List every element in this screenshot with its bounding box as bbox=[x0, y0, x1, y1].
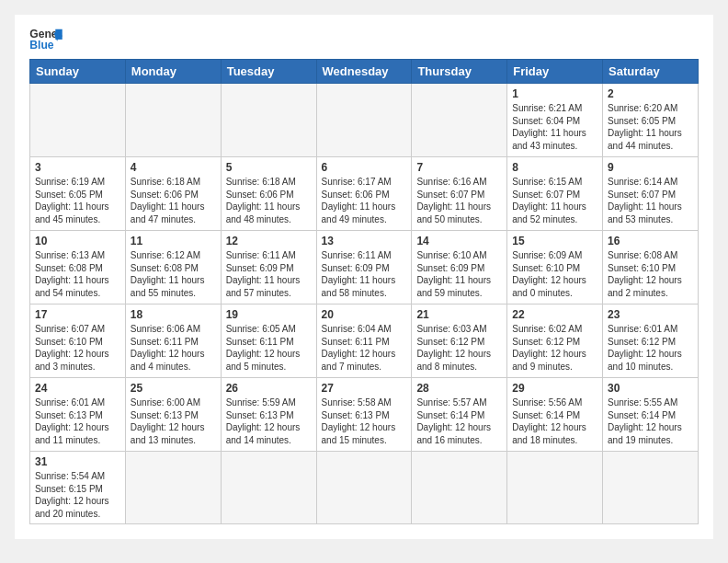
day-cell: 13Sunrise: 6:11 AM Sunset: 6:09 PM Dayli… bbox=[316, 231, 412, 304]
day-info: Sunrise: 6:14 AM Sunset: 6:07 PM Dayligh… bbox=[608, 176, 693, 225]
day-cell: 2Sunrise: 6:20 AM Sunset: 6:05 PM Daylig… bbox=[603, 84, 699, 157]
day-cell: 17Sunrise: 6:07 AM Sunset: 6:10 PM Dayli… bbox=[30, 304, 126, 378]
day-number: 18 bbox=[131, 308, 216, 321]
day-cell: 19Sunrise: 6:05 AM Sunset: 6:11 PM Dayli… bbox=[221, 304, 316, 378]
day-number: 28 bbox=[416, 382, 502, 395]
day-info: Sunrise: 6:17 AM Sunset: 6:06 PM Dayligh… bbox=[322, 176, 407, 225]
weekday-thursday: Thursday bbox=[412, 60, 507, 84]
day-info: Sunrise: 6:10 AM Sunset: 6:09 PM Dayligh… bbox=[416, 249, 502, 299]
week-row-3: 17Sunrise: 6:07 AM Sunset: 6:10 PM Dayli… bbox=[30, 304, 699, 378]
day-info: Sunrise: 6:15 AM Sunset: 6:07 PM Dayligh… bbox=[512, 176, 597, 225]
day-cell: 9Sunrise: 6:14 AM Sunset: 6:07 PM Daylig… bbox=[603, 157, 699, 231]
day-cell: 27Sunrise: 5:58 AM Sunset: 6:13 PM Dayli… bbox=[316, 378, 412, 452]
day-cell: 6Sunrise: 6:17 AM Sunset: 6:06 PM Daylig… bbox=[316, 157, 412, 231]
day-cell: 21Sunrise: 6:03 AM Sunset: 6:12 PM Dayli… bbox=[412, 304, 507, 378]
day-number: 6 bbox=[322, 161, 407, 174]
day-cell: 7Sunrise: 6:16 AM Sunset: 6:07 PM Daylig… bbox=[412, 157, 507, 231]
day-number: 9 bbox=[608, 161, 693, 174]
day-number: 30 bbox=[608, 382, 693, 395]
day-info: Sunrise: 6:05 AM Sunset: 6:11 PM Dayligh… bbox=[226, 323, 312, 373]
day-number: 13 bbox=[322, 235, 407, 247]
weekday-tuesday: Tuesday bbox=[221, 60, 316, 84]
week-row-0: 1Sunrise: 6:21 AM Sunset: 6:04 PM Daylig… bbox=[30, 84, 699, 157]
calendar-table: SundayMondayTuesdayWednesdayThursdayFrid… bbox=[29, 59, 699, 524]
day-info: Sunrise: 6:01 AM Sunset: 6:12 PM Dayligh… bbox=[608, 323, 693, 373]
day-info: Sunrise: 6:09 AM Sunset: 6:10 PM Dayligh… bbox=[512, 249, 597, 299]
day-number: 3 bbox=[35, 161, 120, 174]
weekday-header-row: SundayMondayTuesdayWednesdayThursdayFrid… bbox=[30, 60, 699, 84]
day-info: Sunrise: 6:16 AM Sunset: 6:07 PM Dayligh… bbox=[416, 176, 502, 225]
day-info: Sunrise: 6:11 AM Sunset: 6:09 PM Dayligh… bbox=[226, 249, 312, 299]
day-cell: 10Sunrise: 6:13 AM Sunset: 6:08 PM Dayli… bbox=[30, 231, 126, 304]
day-cell: 4Sunrise: 6:18 AM Sunset: 6:06 PM Daylig… bbox=[125, 157, 221, 231]
day-number: 24 bbox=[35, 382, 120, 395]
day-info: Sunrise: 6:18 AM Sunset: 6:06 PM Dayligh… bbox=[226, 176, 312, 225]
day-cell: 29Sunrise: 5:56 AM Sunset: 6:14 PM Dayli… bbox=[507, 378, 603, 452]
day-info: Sunrise: 6:21 AM Sunset: 6:04 PM Dayligh… bbox=[512, 102, 597, 152]
week-row-4: 24Sunrise: 6:01 AM Sunset: 6:13 PM Dayli… bbox=[30, 378, 699, 452]
day-number: 29 bbox=[512, 382, 597, 395]
day-cell bbox=[30, 84, 126, 157]
day-number: 2 bbox=[608, 87, 693, 100]
day-info: Sunrise: 6:04 AM Sunset: 6:11 PM Dayligh… bbox=[322, 323, 407, 373]
weekday-saturday: Saturday bbox=[603, 60, 699, 84]
day-cell bbox=[603, 452, 699, 524]
day-cell: 30Sunrise: 5:55 AM Sunset: 6:14 PM Dayli… bbox=[603, 378, 699, 452]
day-cell: 16Sunrise: 6:08 AM Sunset: 6:10 PM Dayli… bbox=[603, 231, 699, 304]
day-cell: 18Sunrise: 6:06 AM Sunset: 6:11 PM Dayli… bbox=[125, 304, 221, 378]
day-number: 12 bbox=[226, 235, 312, 247]
logo: General Blue bbox=[29, 26, 63, 52]
day-cell: 20Sunrise: 6:04 AM Sunset: 6:11 PM Dayli… bbox=[316, 304, 412, 378]
calendar-container: General Blue SundayMondayTuesdayWednesda… bbox=[15, 15, 713, 539]
day-cell: 15Sunrise: 6:09 AM Sunset: 6:10 PM Dayli… bbox=[507, 231, 603, 304]
day-cell bbox=[412, 84, 507, 157]
day-cell: 26Sunrise: 5:59 AM Sunset: 6:13 PM Dayli… bbox=[221, 378, 316, 452]
day-number: 5 bbox=[226, 161, 312, 174]
generalblue-logo-icon: General Blue bbox=[29, 26, 63, 52]
day-cell: 22Sunrise: 6:02 AM Sunset: 6:12 PM Dayli… bbox=[507, 304, 603, 378]
day-number: 19 bbox=[226, 308, 312, 321]
day-number: 7 bbox=[416, 161, 502, 174]
day-cell bbox=[412, 452, 507, 524]
day-info: Sunrise: 6:19 AM Sunset: 6:05 PM Dayligh… bbox=[35, 176, 120, 225]
day-info: Sunrise: 6:01 AM Sunset: 6:13 PM Dayligh… bbox=[35, 396, 120, 446]
day-cell: 31Sunrise: 5:54 AM Sunset: 6:15 PM Dayli… bbox=[30, 452, 126, 524]
day-number: 23 bbox=[608, 308, 693, 321]
day-number: 16 bbox=[608, 235, 693, 247]
day-number: 25 bbox=[131, 382, 216, 395]
day-info: Sunrise: 6:08 AM Sunset: 6:10 PM Dayligh… bbox=[608, 249, 693, 299]
day-cell: 11Sunrise: 6:12 AM Sunset: 6:08 PM Dayli… bbox=[125, 231, 221, 304]
day-number: 31 bbox=[35, 455, 120, 468]
day-number: 4 bbox=[131, 161, 216, 174]
day-number: 14 bbox=[416, 235, 502, 247]
day-info: Sunrise: 6:06 AM Sunset: 6:11 PM Dayligh… bbox=[131, 323, 216, 373]
day-number: 10 bbox=[35, 235, 120, 247]
week-row-5: 31Sunrise: 5:54 AM Sunset: 6:15 PM Dayli… bbox=[30, 452, 699, 524]
day-number: 1 bbox=[512, 87, 597, 100]
day-number: 22 bbox=[512, 308, 597, 321]
day-cell: 5Sunrise: 6:18 AM Sunset: 6:06 PM Daylig… bbox=[221, 157, 316, 231]
day-number: 11 bbox=[131, 235, 216, 247]
week-row-1: 3Sunrise: 6:19 AM Sunset: 6:05 PM Daylig… bbox=[30, 157, 699, 231]
day-info: Sunrise: 6:07 AM Sunset: 6:10 PM Dayligh… bbox=[35, 323, 120, 373]
day-cell: 3Sunrise: 6:19 AM Sunset: 6:05 PM Daylig… bbox=[30, 157, 126, 231]
day-cell bbox=[125, 452, 221, 524]
day-number: 21 bbox=[416, 308, 502, 321]
day-cell: 1Sunrise: 6:21 AM Sunset: 6:04 PM Daylig… bbox=[507, 84, 603, 157]
day-cell bbox=[316, 452, 412, 524]
day-cell bbox=[221, 452, 316, 524]
day-info: Sunrise: 6:00 AM Sunset: 6:13 PM Dayligh… bbox=[131, 396, 216, 446]
day-cell: 8Sunrise: 6:15 AM Sunset: 6:07 PM Daylig… bbox=[507, 157, 603, 231]
day-info: Sunrise: 6:03 AM Sunset: 6:12 PM Dayligh… bbox=[416, 323, 502, 373]
day-info: Sunrise: 5:59 AM Sunset: 6:13 PM Dayligh… bbox=[226, 396, 312, 446]
day-info: Sunrise: 6:02 AM Sunset: 6:12 PM Dayligh… bbox=[512, 323, 597, 373]
day-cell: 23Sunrise: 6:01 AM Sunset: 6:12 PM Dayli… bbox=[603, 304, 699, 378]
day-cell bbox=[507, 452, 603, 524]
day-cell: 28Sunrise: 5:57 AM Sunset: 6:14 PM Dayli… bbox=[412, 378, 507, 452]
weekday-monday: Monday bbox=[125, 60, 221, 84]
week-row-2: 10Sunrise: 6:13 AM Sunset: 6:08 PM Dayli… bbox=[30, 231, 699, 304]
day-cell: 25Sunrise: 6:00 AM Sunset: 6:13 PM Dayli… bbox=[125, 378, 221, 452]
day-info: Sunrise: 6:13 AM Sunset: 6:08 PM Dayligh… bbox=[35, 249, 120, 299]
header: General Blue bbox=[29, 26, 699, 52]
day-info: Sunrise: 6:18 AM Sunset: 6:06 PM Dayligh… bbox=[131, 176, 216, 225]
